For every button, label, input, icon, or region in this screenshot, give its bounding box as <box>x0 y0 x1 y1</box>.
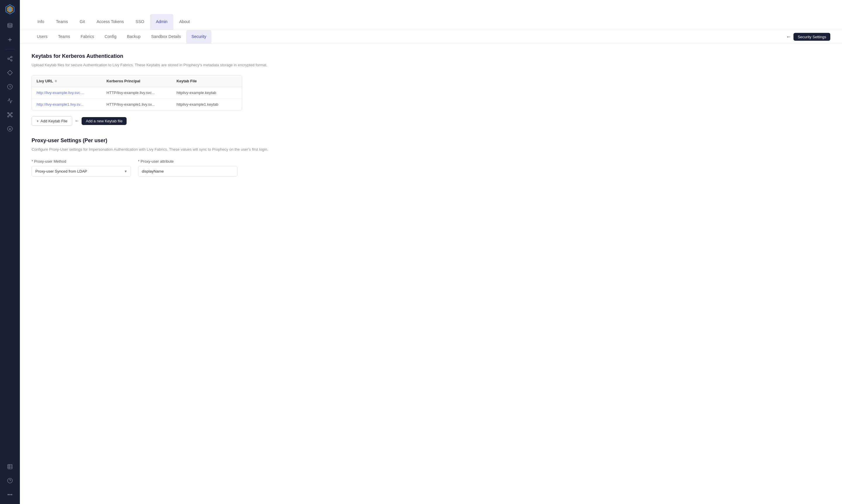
col-kerberos-label: Kerberos Principal <box>106 79 140 83</box>
proxy-title: Proxy-user Settings (Per user) <box>32 138 289 144</box>
svg-rect-14 <box>11 113 12 113</box>
svg-point-6 <box>11 56 12 58</box>
sub-nav: Users Teams Fabrics Config Backup Sandbo… <box>32 30 830 43</box>
svg-rect-16 <box>7 116 9 117</box>
table-header: Livy URL Kerberos Principal Keytab File <box>32 75 242 87</box>
help-icon[interactable] <box>4 475 16 486</box>
proxy-attribute-group: * Proxy-user attribute <box>138 159 237 177</box>
sub-nav-item-teams[interactable]: Teams <box>53 30 75 43</box>
row1-keytab-file: httplivy-example.keytab <box>172 87 242 98</box>
col-keytab-label: Keytab File <box>176 79 197 83</box>
main-content: Admin Settings Info Teams Git Access Tok… <box>20 0 842 504</box>
top-nav: Info Teams Git Access Tokens SSO Admin A… <box>32 14 830 30</box>
activity-icon[interactable] <box>4 95 16 107</box>
more-icon[interactable] <box>4 489 16 501</box>
diamond-icon[interactable] <box>4 67 16 78</box>
proxy-method-select[interactable]: Proxy-user Synced from LDAP Manual None <box>32 166 131 177</box>
proxy-section: Proxy-user Settings (Per user) Configure… <box>32 138 289 177</box>
database-icon[interactable] <box>4 20 16 32</box>
row1-kerberos-principal: HTTP/livy-example.livy.svc... <box>102 87 172 98</box>
page-content: Keytabs for Kerberos Authentication Uplo… <box>20 44 300 198</box>
col-kerberos-principal: Kerberos Principal <box>102 75 172 87</box>
sub-nav-item-fabrics[interactable]: Fabrics <box>75 30 99 43</box>
sort-icon <box>55 80 57 82</box>
add-keytab-tooltip: Add a new Keytab file <box>82 117 126 125</box>
sub-nav-item-backup[interactable]: Backup <box>122 30 146 43</box>
proxy-method-group: * Proxy-user Method Proxy-user Synced fr… <box>32 159 131 177</box>
svg-line-9 <box>9 59 11 60</box>
security-tooltip: ← Security Settings <box>786 33 830 41</box>
sidebar-divider-1 <box>5 49 15 49</box>
svg-point-8 <box>11 59 12 61</box>
svg-rect-24 <box>8 465 12 469</box>
keytabs-description: Upload Keytab files for secure Authentic… <box>32 62 289 68</box>
svg-line-20 <box>8 115 10 116</box>
svg-line-18 <box>8 113 10 114</box>
proxy-attribute-input[interactable] <box>138 166 237 177</box>
svg-point-7 <box>8 58 10 59</box>
row2-kerberos-principal: HTTP/livy-example1.livy.sv... <box>102 99 172 110</box>
svg-point-31 <box>10 494 11 495</box>
proxy-fields: * Proxy-user Method Proxy-user Synced fr… <box>32 159 289 177</box>
svg-rect-15 <box>10 114 11 115</box>
table-row: http://livy-example1.livy.sv... HTTP/liv… <box>32 99 242 110</box>
top-nav-item-sso[interactable]: SSO <box>130 14 150 30</box>
col-livy-url-label: Livy URL <box>37 79 53 83</box>
clock-icon[interactable] <box>4 81 16 93</box>
col-livy-url[interactable]: Livy URL <box>32 75 102 87</box>
proxy-description: Configure Proxy-User settings for Impers… <box>32 147 289 152</box>
plus-icon: + <box>37 119 39 123</box>
top-nav-wrapper: Admin Settings Info Teams Git Access Tok… <box>20 0 842 30</box>
sidebar <box>0 0 20 504</box>
add-keytab-button[interactable]: + Add Keytab File <box>32 116 72 126</box>
top-nav-item-git[interactable]: Git <box>74 14 91 30</box>
proxy-method-select-wrapper: Proxy-user Synced from LDAP Manual None … <box>32 166 131 177</box>
sort-up-icon <box>55 80 57 81</box>
sub-nav-item-users[interactable]: Users <box>32 30 53 43</box>
sub-nav-item-sandbox-details[interactable]: Sandbox Details <box>146 30 186 43</box>
add-keytab-label: Add Keytab File <box>41 119 68 123</box>
proxy-attribute-label: * Proxy-user attribute <box>138 159 237 163</box>
svg-point-30 <box>8 494 9 495</box>
svg-line-10 <box>9 57 11 58</box>
sub-nav-item-config[interactable]: Config <box>99 30 122 43</box>
keytabs-title: Keytabs for Kerberos Authentication <box>32 53 289 59</box>
svg-point-32 <box>12 494 12 495</box>
row2-livy-url[interactable]: http://livy-example1.livy.sv... <box>32 99 102 110</box>
top-nav-item-admin[interactable]: Admin <box>150 14 173 30</box>
security-tooltip-badge: Security Settings <box>793 33 830 41</box>
svg-line-21 <box>10 115 12 116</box>
top-nav-item-teams[interactable]: Teams <box>50 14 74 30</box>
proxy-method-label: * Proxy-user Method <box>32 159 131 163</box>
add-keytab-wrapper: + Add Keytab File ← Add a new Keytab fil… <box>32 116 126 126</box>
flow-icon[interactable] <box>4 109 16 121</box>
top-nav-item-access-tokens[interactable]: Access Tokens <box>91 14 130 30</box>
sort-down-icon <box>55 81 57 82</box>
keytabs-section: Keytabs for Kerberos Authentication Uplo… <box>32 53 289 138</box>
app-logo[interactable] <box>4 3 16 15</box>
top-nav-item-about[interactable]: About <box>173 14 196 30</box>
svg-rect-13 <box>7 113 9 113</box>
plus-icon[interactable] <box>4 34 16 46</box>
sub-nav-item-security[interactable]: Security <box>186 30 212 43</box>
row1-livy-url[interactable]: http://livy-example.livy.svc.... <box>32 87 102 98</box>
svg-point-3 <box>8 23 12 25</box>
download-icon[interactable] <box>4 123 16 134</box>
table-icon[interactable] <box>4 461 16 472</box>
table-row: http://livy-example.livy.svc.... HTTP/li… <box>32 87 242 99</box>
svg-rect-17 <box>11 116 12 117</box>
svg-line-19 <box>10 113 12 114</box>
col-keytab-file: Keytab File <box>172 75 242 87</box>
nodes-icon[interactable] <box>4 53 16 65</box>
row2-keytab-file: httplivy-example1.keytab <box>172 99 242 110</box>
top-nav-item-info[interactable]: Info <box>32 14 50 30</box>
keytab-table: Livy URL Kerberos Principal Keytab File <box>32 75 242 110</box>
sub-nav-wrapper: Users Teams Fabrics Config Backup Sandbo… <box>20 30 842 44</box>
svg-point-28 <box>7 478 13 483</box>
security-tooltip-arrow-icon: ← <box>786 34 791 40</box>
add-keytab-tooltip-arrow-icon: ← <box>74 118 79 124</box>
svg-marker-11 <box>7 70 13 75</box>
